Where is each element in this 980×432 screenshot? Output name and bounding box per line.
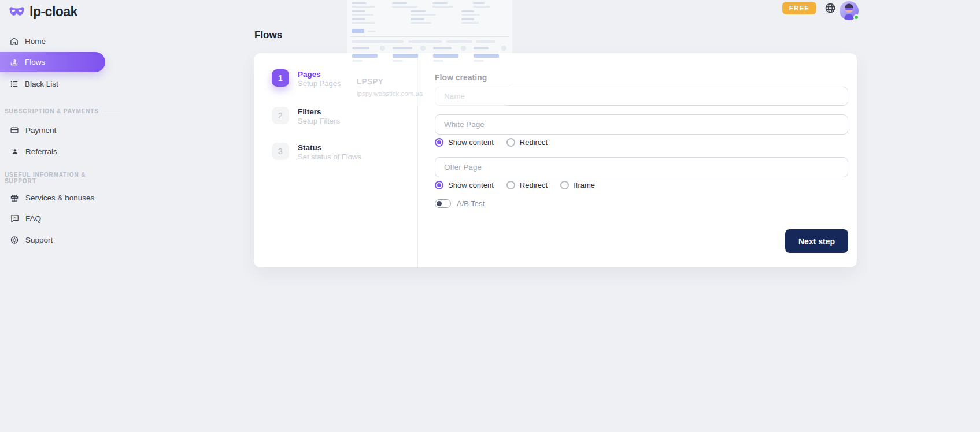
home-icon	[10, 37, 19, 46]
radio-selected-icon	[435, 181, 443, 189]
radio-white-show-content[interactable]: Show content	[435, 138, 494, 147]
radio-label: Redirect	[520, 181, 548, 189]
sidebar-item-label: Support	[25, 236, 53, 244]
section-title: USEFUL INFORMATION & SUPPORT	[5, 172, 117, 184]
sidebar-item-flows[interactable]: Flows	[0, 52, 105, 72]
step-number-badge: 3	[272, 143, 289, 160]
offer-page-mode-group: Show content Redirect Iframe	[435, 180, 595, 189]
app-root: lp-cloak Home Flows Black List SUBSCRIPT…	[0, 0, 980, 432]
radio-label: Redirect	[520, 138, 548, 147]
faq-bubble-icon: ?!	[10, 214, 19, 223]
wizard-step-pages[interactable]: 1 Pages Setup Pages	[272, 69, 341, 88]
step-number-badge: 1	[272, 69, 289, 87]
brand-name: lp-cloak	[29, 4, 77, 20]
sidebar-item-label: Home	[25, 37, 46, 46]
ab-test-toggle-row[interactable]: A/B Test	[435, 199, 485, 208]
flows-icon	[10, 58, 19, 66]
person-add-icon	[10, 147, 19, 156]
sidebar-section-subscription: SUBSCRIPTION & PAYMENTS	[5, 106, 120, 116]
flow-name-input[interactable]	[435, 87, 848, 106]
step-subtitle: Setup Pages	[298, 79, 341, 88]
sidebar-item-label: Services & bonuses	[25, 193, 94, 202]
step-subtitle: Set status of Flows	[298, 152, 361, 162]
radio-selected-icon	[435, 138, 443, 147]
offer-page-input[interactable]	[435, 157, 848, 177]
step-number-badge: 2	[272, 107, 289, 124]
sidebar-item-label: Black List	[25, 80, 58, 88]
form-title: Flow creating	[435, 73, 487, 82]
next-step-button[interactable]: Next step	[785, 229, 848, 253]
radio-label: Show content	[448, 138, 494, 147]
radio-white-redirect[interactable]: Redirect	[506, 138, 548, 147]
step-title: Pages	[298, 70, 341, 79]
mask-icon	[9, 5, 25, 19]
sidebar-item-referrals[interactable]: Referrals	[10, 143, 125, 159]
user-avatar[interactable]	[840, 1, 859, 20]
sidebar-item-black-list[interactable]: Black List	[10, 76, 125, 92]
sidebar-item-label: Payment	[25, 126, 56, 135]
sidebar-item-faq[interactable]: ?! FAQ	[10, 210, 125, 226]
white-page-mode-group: Show content Redirect	[435, 137, 548, 147]
lifebuoy-icon	[10, 236, 19, 244]
radio-unselected-icon	[506, 138, 515, 147]
wizard-step-status[interactable]: 3 Status Set status of Flows	[272, 143, 361, 162]
sidebar-item-label: Referrals	[25, 147, 57, 156]
ab-test-toggle[interactable]	[435, 199, 451, 208]
radio-label: Show content	[448, 181, 494, 189]
plan-badge-button[interactable]: FREE	[782, 2, 816, 14]
step-title: Filters	[298, 107, 340, 117]
online-status-dot	[853, 14, 859, 20]
sidebar-item-label: Flows	[25, 58, 45, 66]
white-page-input[interactable]	[435, 114, 848, 135]
card-divider	[417, 53, 418, 267]
svg-text:?!: ?!	[13, 215, 17, 219]
gift-icon	[10, 193, 19, 202]
sidebar-item-label: FAQ	[25, 214, 41, 223]
sidebar-item-payment[interactable]: Payment	[10, 122, 125, 138]
radio-unselected-icon	[506, 181, 515, 189]
sidebar-item-support[interactable]: Support	[10, 232, 125, 248]
brand-logo[interactable]: lp-cloak	[9, 4, 77, 20]
radio-offer-iframe[interactable]: Iframe	[560, 181, 595, 189]
list-icon	[10, 80, 19, 88]
section-title: SUBSCRIPTION & PAYMENTS	[5, 108, 99, 114]
sidebar-item-home[interactable]: Home	[10, 33, 125, 49]
radio-offer-redirect[interactable]: Redirect	[506, 181, 548, 189]
sidebar-section-support: USEFUL INFORMATION & SUPPORT	[5, 173, 120, 183]
radio-label: Iframe	[574, 181, 595, 189]
step-title: Status	[298, 143, 361, 152]
radio-unselected-icon	[560, 181, 569, 189]
radio-offer-show-content[interactable]: Show content	[435, 181, 494, 189]
wizard-step-filters[interactable]: 2 Filters Setup Filters	[272, 107, 340, 126]
language-globe-icon[interactable]	[824, 2, 836, 14]
flow-wizard-card: 1 Pages Setup Pages 2 Filters Setup Filt…	[254, 53, 857, 267]
page-title: Flows	[254, 29, 282, 41]
ab-test-label: A/B Test	[457, 199, 485, 208]
credit-card-icon	[10, 126, 19, 135]
sidebar-item-services[interactable]: Services & bonuses	[10, 189, 125, 206]
step-subtitle: Setup Filters	[298, 117, 340, 126]
